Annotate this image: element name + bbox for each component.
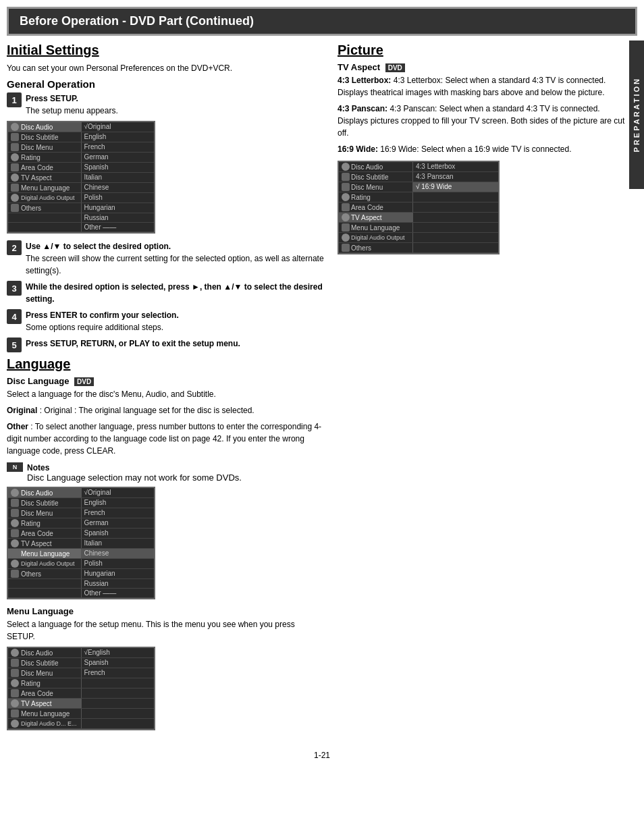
notes-content: Notes Disc Language selection may not wo… — [27, 462, 242, 483]
menu-icon-disc-audio — [11, 123, 19, 131]
tv-right-169wide: √ 16:9 Wide — [413, 182, 498, 192]
tv-left-digital-audio: Digital Audio Output — [339, 233, 413, 242]
tv-right-empty2 — [413, 202, 498, 212]
lang-menu-row-disc-subtitle: Disc Subtitle English — [8, 498, 154, 508]
lang-menu-left-tv-aspect: TV Aspect — [8, 539, 82, 548]
tv-row-tv-aspect: TV Aspect — [339, 213, 498, 223]
notes-box: N Notes Disc Language selection may not … — [7, 462, 324, 483]
ml-right-empty1 — [82, 678, 155, 688]
tv-aspect-screenshot: Disc Audio 4:3 Letterbox Disc Subtitle 4… — [338, 161, 500, 254]
right-column: Picture TV Aspect DVD 4:3 Letterbox: 4:3… — [338, 43, 628, 737]
ml-right-spanish: Spanish — [82, 658, 155, 668]
lang-right-english: English — [82, 498, 155, 508]
menu-right-english: English — [82, 132, 155, 142]
ml-right-empty4 — [82, 709, 155, 718]
ml-icon-area-code — [11, 689, 19, 697]
lang-icon-others — [11, 570, 19, 578]
ml-icon-disc-menu — [11, 669, 19, 677]
ml-right-empty3 — [82, 699, 155, 708]
step-3-bold: While the desired option is selected, pr… — [26, 282, 323, 304]
general-operation-title: General Operation — [7, 78, 324, 90]
picture-title: Picture — [338, 43, 628, 58]
tv-row-disc-menu: Disc Menu √ 16:9 Wide — [339, 182, 498, 192]
ml-row-digital-audio: Digital Audio D... E... — [8, 719, 154, 729]
ml-row-tv-aspect: TV Aspect — [8, 699, 154, 709]
tv-right-empty5 — [413, 233, 498, 242]
menu-language-screenshot: Disc Audio √English Disc Subtitle Spanis… — [7, 647, 155, 730]
step-4-bold: Press ENTER to confirm your selection. — [26, 310, 179, 320]
tv-left-disc-audio: Disc Audio — [339, 162, 413, 171]
lang-menu-row-disc-audio: Disc Audio √Original — [8, 488, 154, 498]
step-5-content: Press SETUP, RETURN, or PLAY to exit the… — [26, 338, 324, 350]
tv-left-disc-subtitle: Disc Subtitle — [339, 172, 413, 182]
step-1-num: 1 — [7, 92, 22, 107]
menu-left-disc-subtitle: Disc Subtitle — [8, 132, 82, 142]
lang-icon-subtitle — [11, 499, 19, 507]
tv-left-others: Others — [339, 243, 413, 252]
lang-right-polish: Polish — [82, 559, 155, 568]
step-1: 1 Press SETUP. The setup menu appears. — [7, 92, 324, 117]
menu-row-disc-menu: Disc Menu French — [8, 142, 154, 153]
menu-row-area-code: Area Code Spanish — [8, 163, 154, 173]
tv-row-disc-audio: Disc Audio 4:3 Letterbox — [339, 162, 498, 172]
lang-icon-digital-audio — [11, 560, 19, 568]
step-5-num: 5 — [7, 338, 22, 352]
ml-icon-rating — [11, 679, 19, 687]
lang-right-french: French — [82, 508, 155, 518]
lang-menu-left-menu-lang: Menu Language — [8, 549, 82, 558]
initial-settings-intro: You can set your own Personal Preference… — [7, 62, 324, 74]
menu-language-title: Menu Language — [7, 606, 324, 616]
step-2-num: 2 — [7, 240, 22, 255]
menu-right-german: German — [82, 153, 155, 162]
icon-others-1 — [11, 204, 19, 212]
ml-left-menu-lang: Menu Language — [8, 709, 82, 718]
language-menu-screenshot: Disc Audio √Original Disc Subtitle Engli… — [7, 487, 155, 599]
icon-area-code — [11, 163, 19, 171]
menu-right-russian: Russian — [82, 213, 155, 222]
tv-aspect-text2: 4:3 Panscan: 4:3 Panscan: Select when a … — [338, 103, 628, 139]
ml-right-english: √English — [82, 648, 155, 657]
lang-menu-left-others: Others — [8, 569, 82, 578]
ml-icon-digital-audio — [11, 720, 19, 728]
ml-left-area-code: Area Code — [8, 688, 82, 698]
content-area: Initial Settings You can set your own Pe… — [0, 36, 644, 744]
ml-left-disc-subtitle: Disc Subtitle — [8, 658, 82, 668]
menu-right-other-dashes: Other —— — [82, 223, 155, 232]
lang-menu-row-russian: Russian — [8, 579, 154, 589]
disc-language-badge: DVD — [74, 377, 94, 386]
menu-row-others-1: Others Hungarian — [8, 203, 154, 213]
ml-icon-tv-aspect — [11, 699, 19, 707]
lang-menu-left-rating: Rating — [8, 518, 82, 528]
menu-right-chinese: Chinese — [82, 183, 155, 192]
ml-icon-menu-lang — [11, 709, 19, 718]
ml-row-disc-audio: Disc Audio √English — [8, 648, 154, 658]
tv-right-empty6 — [413, 243, 498, 252]
tv-icon-tv-aspect — [342, 213, 350, 221]
initial-settings-title: Initial Settings — [7, 43, 324, 58]
disc-language-text2: Original : Original : The original langu… — [7, 404, 324, 416]
lang-menu-right-original: √Original — [82, 488, 155, 497]
lang-icon-menu-lang — [11, 549, 19, 558]
lang-menu-row-others: Others Hungarian — [8, 569, 154, 579]
lang-menu-row-rating: Rating German — [8, 518, 154, 529]
step-4-text: Some options require additional steps. — [26, 323, 163, 332]
step-3: 3 While the desired option is selected, … — [7, 281, 324, 305]
side-tab: PREPARATION — [629, 40, 644, 189]
menu-right-spanish: Spanish — [82, 163, 155, 172]
lang-menu-row-menu-lang: Menu Language Chinese — [8, 549, 154, 559]
header-title: Before Operation - DVD Part (Continued) — [20, 14, 254, 28]
tv-right-empty4 — [413, 223, 498, 232]
step-2-bold: Use ▲/▼ to select the desired option. — [26, 242, 171, 251]
tv-aspect-text3: 16:9 Wide: 16:9 Wide: Select when a 16:9… — [338, 143, 628, 155]
tv-aspect-title: TV Aspect DVD — [338, 62, 628, 72]
tv-icon-disc-menu — [342, 183, 350, 191]
page-number: 1-21 — [314, 751, 330, 760]
ml-right-french: French — [82, 668, 155, 678]
step-1-text: The setup menu appears. — [26, 106, 118, 115]
ml-left-disc-menu: Disc Menu — [8, 668, 82, 678]
ml-left-tv-aspect: TV Aspect — [8, 699, 82, 708]
menu-row-disc-subtitle: Disc Subtitle English — [8, 132, 154, 142]
menu-right-hungarian: Hungarian — [82, 203, 155, 213]
tv-left-area-code: Area Code — [339, 202, 413, 212]
menu-language-text: Select a language for the setup menu. Th… — [7, 618, 324, 643]
